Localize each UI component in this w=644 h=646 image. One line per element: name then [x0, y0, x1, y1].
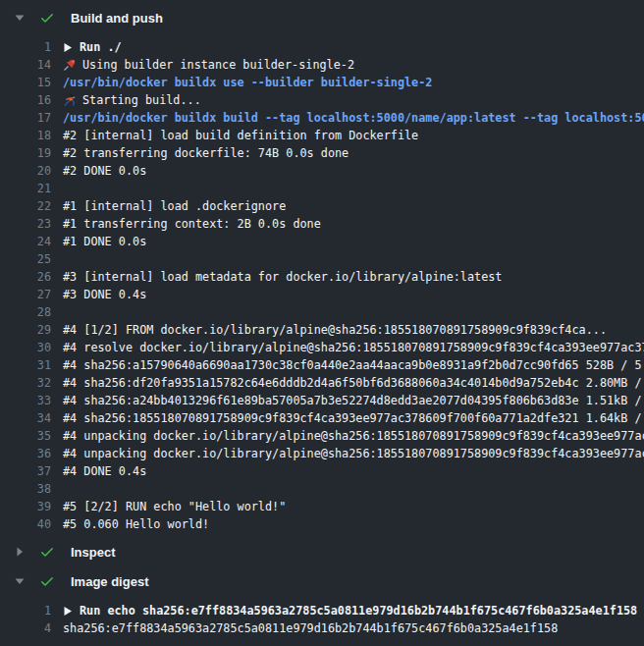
line-number[interactable]: 16: [0, 91, 51, 109]
log-text: Run echo sha256:e7ff8834a5963a2785c5a081…: [63, 602, 644, 619]
log-line: 26#3 [internal] load metadata for docker…: [0, 268, 644, 286]
log-text: [63, 303, 644, 321]
log-line: 32#4 sha256:df20fa9351a15782c64e6dddb2d4…: [0, 374, 644, 392]
log-line: 17/usr/bin/docker buildx build --tag loc…: [0, 109, 644, 127]
log-line: 25: [0, 250, 644, 268]
log-line[interactable]: 1Run ./: [0, 38, 644, 56]
line-number[interactable]: 35: [0, 427, 51, 445]
line-number[interactable]: 20: [0, 162, 51, 180]
log-text: #4 sha256:a24bb4013296f61e89ba57005a7b3e…: [63, 392, 642, 409]
log-text: [63, 180, 644, 197]
log-text: #4 [1/2] FROM docker.io/library/alpine@s…: [63, 321, 644, 339]
command-text: /usr/bin/docker buildx use --builder bui…: [63, 74, 644, 91]
run-toggle-icon[interactable]: [63, 42, 73, 53]
line-number[interactable]: 1: [0, 602, 51, 619]
log-text: #2 [internal] load build definition from…: [63, 127, 418, 144]
log-text: #4 sha256:df20fa9351a15782c64e6dddb2d4a6…: [63, 374, 642, 392]
log-text: #3 [internal] load metadata for docker.i…: [63, 268, 502, 286]
log-text: #2 DONE 0.0s: [63, 162, 644, 180]
line-number[interactable]: 31: [0, 356, 51, 374]
log-line: 40#5 0.060 Hello world!: [0, 515, 644, 533]
log-line: 30#4 resolve docker.io/library/alpine@sh…: [0, 339, 644, 356]
line-number[interactable]: 15: [0, 74, 51, 91]
log-text: #1 transferring context: 2B 0.0s done: [63, 215, 644, 233]
log-line[interactable]: 1Run echo sha256:e7ff8834a5963a2785c5a08…: [0, 602, 644, 619]
log-text: #4 sha256:a15790640a6690aa1730c38cf0a440…: [63, 356, 642, 374]
run-command-label: Run ./: [80, 38, 122, 56]
section-body-build-and-push: 1Run ./14Using builder instance builder-…: [0, 32, 644, 537]
log-text: #5 0.060 Hello world!: [63, 515, 644, 533]
line-number[interactable]: 26: [0, 268, 51, 286]
log-text: #2 transferring dockerfile: 74B 0.0s don…: [63, 144, 349, 162]
section-header-inspect[interactable]: Inspect: [0, 537, 644, 566]
line-number[interactable]: 1: [0, 38, 51, 56]
section-title: Image digest: [71, 574, 148, 589]
log-text: #4 resolve docker.io/library/alpine@sha2…: [63, 339, 644, 356]
section-header-build-and-push[interactable]: Build and push: [0, 3, 644, 32]
log-text: #2 [internal] load build definition from…: [63, 127, 644, 144]
line-number[interactable]: 19: [0, 144, 51, 162]
line-number[interactable]: 27: [0, 286, 51, 303]
log-text: #2 transferring dockerfile: 74B 0.0s don…: [63, 144, 644, 162]
line-number[interactable]: 18: [0, 127, 51, 144]
log-text: #4 sha256:185518070891758909c9f839cf4ca3…: [63, 409, 644, 427]
log-line: 16Starting build...: [0, 91, 644, 109]
section-header-image-digest[interactable]: Image digest: [0, 566, 644, 596]
chevron-down-icon[interactable]: [14, 12, 26, 24]
line-number[interactable]: 32: [0, 374, 51, 392]
line-number[interactable]: 24: [0, 233, 51, 250]
log-line: 21: [0, 180, 644, 197]
log-text: #4 unpacking docker.io/library/alpine@sh…: [63, 445, 644, 462]
line-number[interactable]: 23: [0, 215, 51, 233]
command-text: /usr/bin/docker buildx build --tag local…: [63, 109, 644, 127]
line-number[interactable]: 21: [0, 180, 51, 197]
log-text: #4 DONE 0.4s: [63, 462, 644, 480]
command-text: /usr/bin/docker buildx use --builder bui…: [63, 74, 432, 91]
line-number[interactable]: 36: [0, 445, 51, 462]
line-number[interactable]: 28: [0, 303, 51, 321]
log-text: #4 unpacking docker.io/library/alpine@sh…: [63, 427, 644, 445]
log-line: 37#4 DONE 0.4s: [0, 462, 644, 480]
log-line: 36#4 unpacking docker.io/library/alpine@…: [0, 445, 644, 462]
line-number[interactable]: 34: [0, 409, 51, 427]
log-line: 28: [0, 303, 644, 321]
chevron-right-icon[interactable]: [14, 546, 26, 558]
log-text: #4 unpacking docker.io/library/alpine@sh…: [63, 427, 644, 445]
line-number[interactable]: 29: [0, 321, 51, 339]
line-number[interactable]: 37: [0, 462, 51, 480]
line-number[interactable]: 30: [0, 339, 51, 356]
runner-icon: [63, 93, 77, 107]
line-number[interactable]: 14: [0, 56, 51, 74]
log-line: 38: [0, 480, 644, 498]
line-number[interactable]: 4: [0, 619, 51, 637]
check-icon: [39, 10, 55, 26]
log-line: 35#4 unpacking docker.io/library/alpine@…: [0, 427, 644, 445]
log-text: sha256:e7ff8834a5963a2785c5a0811e979d16b…: [63, 619, 558, 637]
section-title: Inspect: [71, 545, 116, 560]
line-number[interactable]: 40: [0, 515, 51, 533]
log-line: 27#3 DONE 0.4s: [0, 286, 644, 303]
chevron-down-icon[interactable]: [14, 575, 26, 587]
check-icon: [39, 573, 55, 589]
log-line: 31#4 sha256:a15790640a6690aa1730c38cf0a4…: [0, 356, 644, 374]
log-text: #2 DONE 0.0s: [63, 162, 146, 180]
command-text: /usr/bin/docker buildx build --tag local…: [63, 109, 644, 127]
pushpin-icon: [63, 58, 77, 72]
line-number[interactable]: 25: [0, 250, 51, 268]
log-text: #1 [internal] load .dockerignore: [63, 197, 644, 215]
line-number[interactable]: 39: [0, 498, 51, 515]
log-text: [63, 480, 644, 498]
line-number[interactable]: 38: [0, 480, 51, 498]
log-text: #4 [1/2] FROM docker.io/library/alpine@s…: [63, 321, 607, 339]
line-number[interactable]: 33: [0, 392, 51, 409]
run-toggle-icon[interactable]: [63, 606, 73, 617]
log-text: #4 DONE 0.4s: [63, 462, 146, 480]
log-line: 18#2 [internal] load build definition fr…: [0, 127, 644, 144]
line-number[interactable]: 17: [0, 109, 51, 127]
log-text: #4 sha256:a24bb4013296f61e89ba57005a7b3e…: [63, 392, 644, 409]
log-line: 39#5 [2/2] RUN echo "Hello world!": [0, 498, 644, 515]
section-body-image-digest: 1Run echo sha256:e7ff8834a5963a2785c5a08…: [0, 596, 644, 641]
log-line: 19#2 transferring dockerfile: 74B 0.0s d…: [0, 144, 644, 162]
log-text: Using builder instance builder-single-2: [82, 56, 354, 74]
line-number[interactable]: 22: [0, 197, 51, 215]
